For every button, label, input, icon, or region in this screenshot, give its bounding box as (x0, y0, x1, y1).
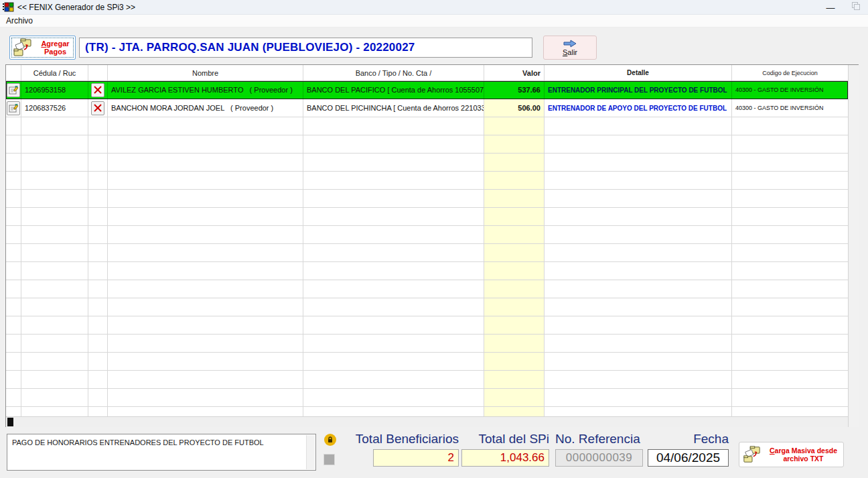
valor-cell-empty (484, 280, 545, 298)
banco-cell-empty (303, 389, 484, 406)
cedula-cell-empty (21, 262, 88, 280)
nombre-cell-empty (108, 244, 303, 261)
edit-row-button[interactable] (7, 101, 20, 115)
restore-button[interactable] (845, 0, 868, 15)
delete-cell-empty (88, 262, 108, 280)
delete-row-button-cell (88, 99, 108, 117)
total-beneficiarios-field: 2 (373, 449, 459, 467)
concept-textarea[interactable]: PAGO DE HONORARIOS ENTRENADORES DEL PROY… (7, 434, 316, 471)
valor-cell-empty (484, 172, 545, 189)
codigo-cell-empty (732, 226, 848, 243)
codigo-cell-empty (732, 262, 848, 280)
grid-row[interactable]: 1206837526BANCHON MORA JORDAN JOEL ( Pro… (6, 99, 848, 117)
nombre-cell-empty (108, 117, 303, 135)
grid-horizontal-scrollbar[interactable] (6, 416, 848, 427)
grid-empty-row[interactable] (6, 316, 848, 335)
carga-label-line2: archivo TXT (783, 455, 823, 463)
grid-vertical-scrollbar[interactable] (848, 65, 859, 427)
agregar-pagos-button[interactable]: Agregar Pagos (9, 36, 76, 60)
carga-label-line1: Carga Masiva desde (770, 446, 837, 455)
cedula-cell-empty (21, 244, 88, 261)
carga-masiva-button[interactable]: Carga Masiva desde archivo TXT (739, 442, 844, 467)
delete-cell-empty (88, 190, 108, 207)
codigo-cell-empty (732, 208, 848, 225)
grid-empty-row[interactable] (6, 298, 848, 316)
entity-field[interactable]: (TR) - JTA. PARROQ.SAN JUAN (PUEBLOVIEJO… (79, 38, 532, 58)
detalle-cell-empty (545, 316, 732, 334)
nombre-cell-empty (108, 226, 303, 243)
col-cedula[interactable]: Cédula / Ruc (21, 65, 88, 80)
cedula-cell-empty (21, 335, 88, 352)
scrollbar-thumb[interactable] (7, 418, 13, 426)
nombre-cell-empty (108, 389, 303, 406)
grid-empty-row[interactable] (6, 154, 848, 172)
banco-cell-empty (303, 371, 484, 388)
salir-button[interactable]: Salir (543, 36, 597, 60)
grid-empty-row[interactable] (6, 172, 848, 190)
grid-empty-row[interactable] (6, 335, 848, 353)
grid-row[interactable]: 1206953158AVILEZ GARCIA ESTIVEN HUMBERTO… (6, 81, 848, 99)
exit-arrow-icon (563, 40, 577, 48)
valor-cell-empty (484, 190, 545, 207)
delete-row-button[interactable] (91, 101, 104, 115)
valor-cell-empty (484, 335, 545, 352)
agregar-label-line2: Pagos (44, 48, 66, 56)
minimize-button[interactable]: — (816, 3, 845, 13)
banco-cell-empty (303, 208, 484, 225)
valor-cell-empty (484, 208, 545, 225)
col-valor[interactable]: Valor (484, 65, 545, 80)
fecha-field[interactable]: 04/06/2025 (648, 449, 729, 467)
col-codigo[interactable]: Codigo de Ejecucion (732, 65, 848, 80)
banco-cell-empty (303, 154, 484, 171)
nombre-cell: AVILEZ GARCIA ESTIVEN HUMBERTO ( Proveed… (108, 81, 303, 99)
detalle-cell-empty (545, 226, 732, 243)
edit-cell-empty (6, 280, 21, 298)
grid-empty-row[interactable] (6, 135, 848, 154)
banco-cell-empty (303, 135, 484, 153)
grid-empty-row[interactable] (6, 353, 848, 371)
concept-scrollbar[interactable] (306, 435, 315, 469)
detalle-cell-empty (545, 262, 732, 280)
banco-cell-empty (303, 262, 484, 280)
grid-empty-row[interactable] (6, 280, 848, 298)
grid-empty-row[interactable] (6, 371, 848, 389)
edit-cell-empty (6, 298, 21, 316)
delete-cell-empty (88, 335, 108, 352)
title-bar: << FENIX Generador de SPi3 >> — (0, 0, 868, 15)
codigo-cell-empty (732, 280, 848, 298)
nombre-cell-empty (108, 208, 303, 225)
banco-cell-empty (303, 117, 484, 135)
delete-cell-empty (88, 298, 108, 316)
col-banco[interactable]: Banco / Tipo / No. Cta / (303, 65, 484, 80)
grid-empty-row[interactable] (6, 117, 848, 135)
delete-cell-empty (88, 280, 108, 298)
grid-empty-row[interactable] (6, 208, 848, 226)
edit-row-button[interactable] (7, 83, 20, 97)
cedula-cell-empty (21, 298, 88, 316)
cedula-cell-empty (21, 135, 88, 153)
detalle-cell: ENTRENADOR PRINCIPAL DEL PROYECTO DE FUT… (545, 81, 732, 99)
grid-empty-row[interactable] (6, 226, 848, 244)
valor-cell-empty (484, 226, 545, 243)
banco-cell-empty (303, 226, 484, 243)
grid-empty-row[interactable] (6, 262, 848, 280)
delete-row-button[interactable] (91, 83, 104, 97)
col-nombre[interactable]: Nombre (108, 65, 303, 80)
edit-cell-empty (6, 154, 21, 171)
edit-cell-empty (6, 135, 21, 153)
grid-empty-row[interactable] (6, 244, 848, 262)
toolbar: Agregar Pagos (TR) - JTA. PARROQ.SAN JUA… (0, 27, 868, 64)
grid-empty-row[interactable] (6, 389, 848, 407)
cedula-cell-empty (21, 226, 88, 243)
menu-archivo[interactable]: Archivo (2, 16, 37, 25)
status-square[interactable] (323, 454, 335, 465)
col-detalle[interactable]: Detalle (545, 65, 732, 80)
grid-empty-row[interactable] (6, 407, 848, 416)
nombre-cell-empty (108, 172, 303, 189)
delete-cell-empty (88, 208, 108, 225)
delete-cell-empty (88, 154, 108, 171)
valor-cell-empty (484, 135, 545, 153)
grid-empty-row[interactable] (6, 190, 848, 208)
edit-cell-empty (6, 316, 21, 334)
detalle-cell: ENTRENADOR DE APOYO DEL PROYECTO DE FUTB… (545, 99, 732, 117)
